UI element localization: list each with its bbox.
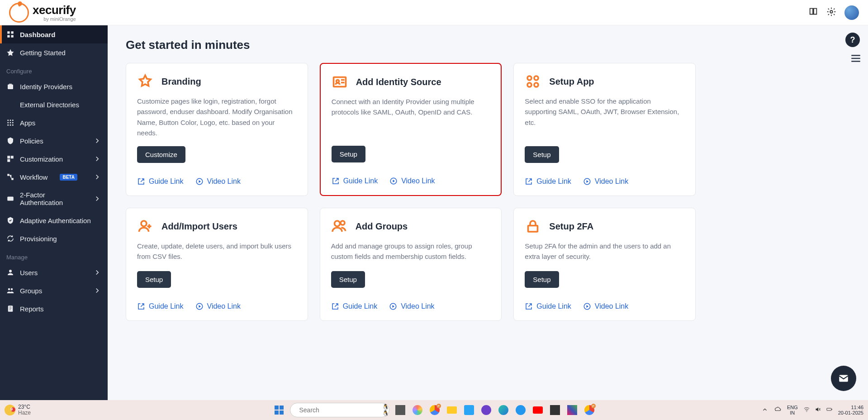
sidebar: Dashboard Getting Started Configure Iden… [0,25,108,400]
sidebar-item-dashboard[interactable]: Dashboard [0,25,108,43]
taskbar-app-chrome2[interactable]: P [582,403,597,417]
lock-icon [525,218,541,234]
svg-point-9 [7,122,9,124]
group-icon [331,218,347,234]
card-add-identity-source: Add Identity Source Connect with an Iden… [320,63,502,196]
svg-point-7 [10,119,11,121]
sidebar-item-apps[interactable]: Apps [0,114,108,132]
taskbar-app-paint[interactable] [565,403,579,417]
guide-link[interactable]: Guide Link [332,177,378,185]
avatar[interactable] [844,5,859,20]
sidebar-item-provisioning[interactable]: Provisioning [0,229,108,248]
video-link[interactable]: Video Link [389,302,434,310]
sidebar-item-users[interactable]: Users [0,263,108,282]
card-action-button[interactable]: Setup [332,146,365,162]
logo-icon [9,3,29,23]
card-action-button[interactable]: Setup [525,271,559,288]
sidebar-item-policies[interactable]: Policies [0,132,108,150]
card-setup-app: Setup App Select and enable SSO for the … [513,63,696,196]
mail-fab[interactable] [831,366,856,391]
guide-link[interactable]: Guide Link [137,302,184,310]
taskbar-app-explorer[interactable] [445,403,459,417]
svg-rect-3 [7,35,9,38]
guide-link[interactable]: Guide Link [525,302,571,310]
card-action-button[interactable]: Setup [137,271,171,288]
chevron-right-icon [93,286,101,295]
battery-icon[interactable] [826,406,833,414]
start-button[interactable] [272,403,286,417]
video-link[interactable]: Video Link [583,302,628,310]
sidebar-item-adaptive-auth[interactable]: Adaptive Authentication [0,211,108,229]
svg-point-8 [12,119,14,121]
guide-link[interactable]: Guide Link [137,177,184,186]
book-icon[interactable] [808,7,818,19]
svg-rect-5 [8,85,13,90]
chevron-right-icon [93,173,101,181]
sidebar-item-getting-started[interactable]: Getting Started [0,43,108,62]
card-action-button[interactable]: Setup [331,271,365,288]
svg-rect-19 [11,178,14,180]
card-add-import-users: Add/Import Users Create, update, delete … [126,208,308,321]
card-action-button[interactable]: Customize [137,146,185,163]
page-title: Get started in minutes [126,38,850,52]
svg-rect-17 [7,159,10,162]
brand-logo[interactable]: xecurify by miniOrange [9,3,76,23]
taskbar-app-github[interactable] [479,403,493,417]
svg-point-13 [10,124,11,126]
video-link[interactable]: Video Link [389,177,435,185]
sidebar-item-external-directories[interactable]: External Directories [0,95,108,114]
svg-point-14 [12,124,14,126]
sidebar-item-reports[interactable]: Reports [0,300,108,318]
taskbar-app-copilot[interactable] [410,403,425,417]
card-title: Add/Import Users [161,221,237,232]
taskbar: 9 23°C Haze 🐧🐧 P P [0,400,868,420]
taskbar-app-taskview[interactable] [393,403,408,417]
sidebar-item-identity-providers[interactable]: Identity Providers [0,77,108,95]
svg-point-0 [830,10,833,13]
svg-point-12 [7,124,9,126]
svg-point-37 [341,221,345,225]
taskbar-clock[interactable]: 11:46 20-01-2025 [838,405,863,415]
taskbar-app-notes[interactable] [548,403,562,417]
video-link[interactable]: Video Link [195,302,241,310]
wifi-icon[interactable] [803,406,810,414]
menu-button[interactable] [850,52,862,66]
tray-chevron-icon[interactable] [762,406,768,414]
svg-rect-2 [11,31,14,33]
taskbar-search-input[interactable] [299,406,379,414]
video-link[interactable]: Video Link [195,177,241,186]
svg-point-10 [10,122,11,124]
taskbar-app-edge[interactable] [496,403,511,417]
guide-link[interactable]: Guide Link [331,302,378,310]
taskbar-language[interactable]: ENG IN [787,405,798,415]
card-action-button[interactable]: Setup [525,146,559,163]
taskbar-weather[interactable]: 9 23°C Haze [5,404,31,416]
video-link[interactable]: Video Link [583,177,628,186]
guide-link[interactable]: Guide Link [525,177,571,186]
volume-icon[interactable] [815,406,821,414]
card-title: Branding [161,76,201,87]
sidebar-item-groups[interactable]: Groups [0,282,108,300]
sidebar-item-workflow[interactable]: Workflow BETA [0,168,108,186]
svg-rect-46 [827,408,831,410]
svg-rect-15 [7,156,10,158]
taskbar-app-chrome[interactable]: P [427,403,442,417]
card-setup-2fa: Setup 2FA Setup 2FA for the admin and th… [513,208,696,321]
beta-badge: BETA [60,174,77,181]
taskbar-app-youtube[interactable] [531,403,545,417]
sidebar-section-configure: Configure [0,62,108,77]
sidebar-item-customization[interactable]: Customization [0,150,108,168]
taskbar-app-docker[interactable] [513,403,528,417]
chevron-right-icon [93,137,101,145]
taskbar-app-vscode[interactable] [462,403,476,417]
svg-point-22 [8,288,10,291]
useradd-icon [137,218,153,234]
help-button[interactable]: ? [845,33,860,47]
card-description: Select and enable SSO for the applicatio… [525,96,684,128]
tray-onedrive-icon[interactable] [773,406,782,415]
taskbar-search[interactable]: 🐧🐧 [290,403,389,417]
gear-icon[interactable] [826,7,836,19]
svg-point-11 [12,122,14,124]
sidebar-item-2fa[interactable]: 2-Factor Authentication [0,186,108,211]
idcard-icon [332,74,348,90]
